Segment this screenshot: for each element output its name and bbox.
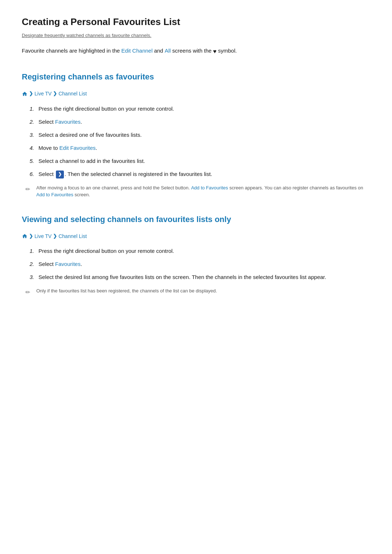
breadcrumb-livetv1[interactable]: Live TV bbox=[34, 90, 52, 98]
home-icon-2[interactable] bbox=[22, 233, 28, 239]
step-number: 2. bbox=[25, 118, 34, 126]
section2-note: ✏ Only if the favourites list has been r… bbox=[22, 287, 370, 297]
step-2-2: 2. Select Favourites. bbox=[25, 260, 370, 268]
breadcrumb-livetv2[interactable]: Live TV bbox=[34, 232, 52, 240]
step-text: Select ❯. Then the selected channel is r… bbox=[38, 170, 370, 178]
pencil-icon: ✏ bbox=[25, 185, 33, 194]
breadcrumb-chevron3: ❯ bbox=[29, 233, 33, 240]
section-viewing: Viewing and selecting channels on favour… bbox=[22, 209, 370, 297]
edit-favourites-link[interactable]: Edit Favourites bbox=[60, 145, 96, 151]
breadcrumb-chevron4: ❯ bbox=[53, 233, 57, 240]
step-1-3: 3. Select a desired one of five favourit… bbox=[25, 131, 370, 139]
step-text: Select a channel to add in the favourite… bbox=[38, 157, 370, 165]
edit-channel-link[interactable]: Edit Channel bbox=[121, 48, 152, 54]
step-1-6: 6. Select ❯. Then the selected channel i… bbox=[25, 170, 370, 178]
intro-paragraph: Favourite channels are highlighted in th… bbox=[22, 46, 370, 56]
add-to-favourites-link2[interactable]: Add to Favourites bbox=[36, 192, 73, 197]
chevron-button[interactable]: ❯ bbox=[56, 171, 64, 178]
section2-steps: 1. Press the right directional button on… bbox=[22, 247, 370, 282]
step-text: Move to Edit Favourites. bbox=[38, 144, 370, 152]
step-1-4: 4. Move to Edit Favourites. bbox=[25, 144, 370, 152]
step-text: Press the right directional button on yo… bbox=[38, 104, 370, 113]
intro-text-after: symbol. bbox=[218, 48, 237, 54]
step-number: 3. bbox=[25, 131, 34, 139]
section2-title: Viewing and selecting channels on favour… bbox=[22, 209, 370, 226]
section1-note: ✏ After moving a focus to an one channel… bbox=[22, 184, 370, 198]
step-text: Press the right directional button on yo… bbox=[38, 247, 370, 255]
note-text-2: Only if the favourites list has been reg… bbox=[36, 287, 370, 295]
favourites-link-s2[interactable]: Favourites bbox=[55, 261, 81, 267]
section2-breadcrumb: ❯ Live TV ❯ Channel List bbox=[22, 232, 370, 240]
favourites-link-s1[interactable]: Favourites bbox=[55, 119, 81, 125]
section1-steps: 1. Press the right directional button on… bbox=[22, 104, 370, 178]
step-1-2: 2. Select Favourites. bbox=[25, 118, 370, 126]
pencil-icon-2: ✏ bbox=[25, 288, 33, 297]
step-1-5: 5. Select a channel to add in the favour… bbox=[25, 157, 370, 165]
step-text: Select the desired list among five favou… bbox=[38, 273, 370, 282]
step-1-1: 1. Press the right directional button on… bbox=[25, 104, 370, 113]
breadcrumb-chevron1: ❯ bbox=[29, 90, 33, 98]
add-to-favourites-link1[interactable]: Add to Favourites bbox=[191, 185, 228, 190]
note-text: After moving a focus to an one channel, … bbox=[36, 184, 370, 198]
page-title: Creating a Personal Favourites List bbox=[22, 15, 370, 30]
section1-breadcrumb: ❯ Live TV ❯ Channel List bbox=[22, 90, 370, 98]
breadcrumb-channellist2[interactable]: Channel List bbox=[58, 232, 87, 240]
home-icon[interactable] bbox=[22, 91, 28, 97]
step-number: 2. bbox=[25, 260, 34, 268]
step-text: Select Favourites. bbox=[38, 118, 370, 126]
step-text: Select Favourites. bbox=[38, 260, 370, 268]
step-2-1: 1. Press the right directional button on… bbox=[25, 247, 370, 255]
intro-text-middle2: screens with the bbox=[172, 48, 213, 54]
breadcrumb-channellist1[interactable]: Channel List bbox=[58, 90, 87, 98]
step-2-3: 3. Select the desired list among five fa… bbox=[25, 273, 370, 282]
intro-text-before: Favourite channels are highlighted in th… bbox=[22, 48, 121, 54]
intro-text-middle1: and bbox=[154, 48, 164, 54]
step-number: 3. bbox=[25, 273, 34, 282]
all-link[interactable]: All bbox=[165, 48, 171, 54]
step-number: 6. bbox=[25, 170, 34, 178]
step-number: 5. bbox=[25, 157, 34, 165]
step-number: 1. bbox=[25, 247, 34, 255]
step-number: 1. bbox=[25, 104, 34, 113]
step-number: 4. bbox=[25, 144, 34, 152]
page-subtitle: Designate frequently watched channels as… bbox=[22, 32, 370, 40]
section1-title: Registering channels as favourites bbox=[22, 67, 370, 83]
step-text: Select a desired one of five favourites … bbox=[38, 131, 370, 139]
section-registering: Registering channels as favourites ❯ Liv… bbox=[22, 67, 370, 198]
heart-icon: ♥ bbox=[213, 47, 217, 56]
breadcrumb-chevron2: ❯ bbox=[53, 90, 57, 98]
